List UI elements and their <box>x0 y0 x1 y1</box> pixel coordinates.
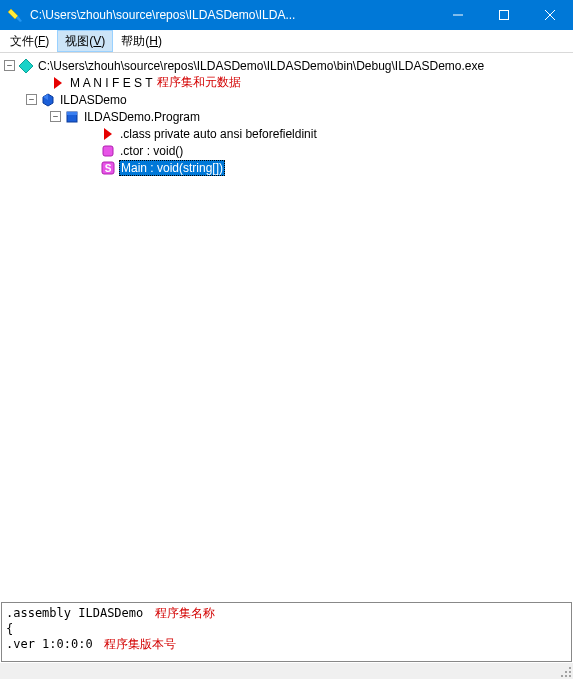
expand-toggle[interactable]: − <box>4 60 15 71</box>
tree-node-class[interactable]: − ILDASDemo.Program <box>2 108 571 125</box>
annotation-text: 程序集版本号 <box>104 637 176 651</box>
tree-node-namespace[interactable]: − ILDASDemo <box>2 91 571 108</box>
svg-text:S: S <box>105 163 112 174</box>
app-icon <box>8 7 24 23</box>
title-bar: C:\Users\zhouh\source\repos\ILDASDemo\IL… <box>0 0 573 30</box>
svg-point-17 <box>569 675 571 677</box>
status-bar <box>0 663 573 679</box>
menu-bar: 文件(F) 视图(V) 帮助(H) <box>0 30 573 53</box>
tree-node-label: .ctor : void() <box>119 144 184 158</box>
svg-marker-5 <box>54 77 62 89</box>
tree-node-root[interactable]: − C:\Users\zhouh\source\repos\ILDASDemo\… <box>2 57 571 74</box>
details-line: .assembly ILDASDemo 程序集名称 <box>6 605 567 622</box>
annotation-text: 程序集和元数据 <box>157 74 241 91</box>
assembly-exe-icon <box>18 58 34 74</box>
window-title: C:\Users\zhouh\source\repos\ILDASDemo\IL… <box>30 8 435 22</box>
svg-marker-8 <box>104 128 112 140</box>
tree-node-label: ILDASDemo <box>59 93 128 107</box>
tree-pane[interactable]: − C:\Users\zhouh\source\repos\ILDASDemo\… <box>0 53 573 601</box>
svg-point-16 <box>565 675 567 677</box>
tree-node-label: ILDASDemo.Program <box>83 110 201 124</box>
menu-help-label: 帮助 <box>121 33 145 50</box>
tree-node-ctor[interactable]: .ctor : void() <box>2 142 571 159</box>
namespace-icon <box>40 92 56 108</box>
svg-point-14 <box>569 671 571 673</box>
static-method-icon: S <box>100 160 116 176</box>
class-icon <box>64 109 80 125</box>
details-line: { <box>6 622 567 636</box>
close-button[interactable] <box>527 0 573 30</box>
tree-node-label: Main : void(string[]) <box>119 160 225 176</box>
expand-toggle[interactable]: − <box>26 94 37 105</box>
tree-node-label: M A N I F E S T <box>69 76 153 90</box>
tree-node-main[interactable]: S Main : void(string[]) <box>2 159 571 176</box>
window-controls <box>435 0 573 30</box>
expand-toggle[interactable]: − <box>50 111 61 122</box>
maximize-button[interactable] <box>481 0 527 30</box>
resize-grip[interactable] <box>557 663 573 679</box>
svg-rect-7 <box>67 112 77 115</box>
menu-view-label: 视图 <box>65 33 89 50</box>
tree-node-label: .class private auto ansi beforefieldinit <box>119 127 318 141</box>
svg-marker-4 <box>19 59 33 73</box>
menu-view[interactable]: 视图(V) <box>57 30 113 52</box>
details-line: .ver 1:0:0:0 程序集版本号 <box>6 636 567 653</box>
annotation-text: 程序集名称 <box>155 606 215 620</box>
svg-point-12 <box>569 667 571 669</box>
svg-rect-1 <box>500 11 509 20</box>
class-info-icon <box>100 126 116 142</box>
svg-rect-9 <box>103 146 113 156</box>
menu-file-label: 文件 <box>10 33 34 50</box>
minimize-button[interactable] <box>435 0 481 30</box>
details-pane[interactable]: .assembly ILDASDemo 程序集名称 { .ver 1:0:0:0… <box>1 602 572 662</box>
method-icon <box>100 143 116 159</box>
tree-node-manifest[interactable]: M A N I F E S T 程序集和元数据 <box>2 74 571 91</box>
manifest-icon <box>50 75 66 91</box>
svg-point-15 <box>561 675 563 677</box>
tree-node-label: C:\Users\zhouh\source\repos\ILDASDemo\IL… <box>37 59 485 73</box>
svg-point-13 <box>565 671 567 673</box>
menu-help[interactable]: 帮助(H) <box>113 30 170 52</box>
tree-node-classinfo[interactable]: .class private auto ansi beforefieldinit <box>2 125 571 142</box>
menu-file[interactable]: 文件(F) <box>2 30 57 52</box>
